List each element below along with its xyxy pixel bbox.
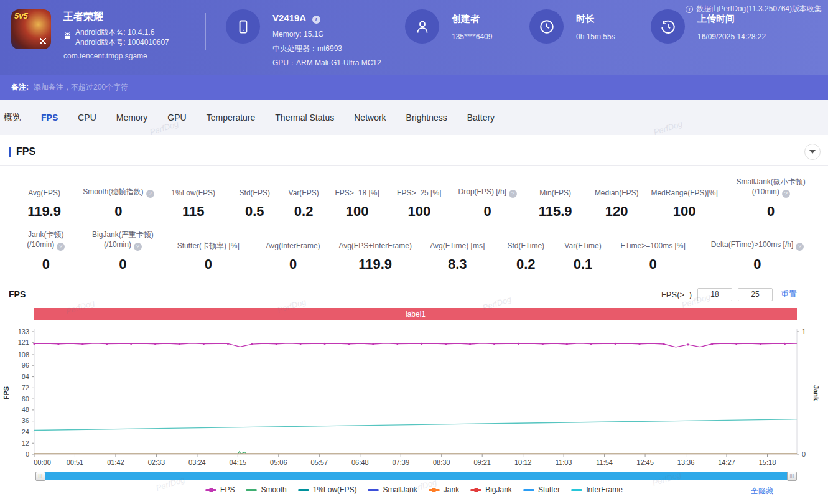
legend-bigjank[interactable]: BigJank	[470, 485, 512, 494]
tab-gpu[interactable]: GPU	[157, 113, 196, 123]
stat-avg-fps-interframe: Avg(FPS+InterFrame)119.9	[332, 241, 418, 273]
stat-value: 115	[157, 203, 230, 220]
user-icon	[405, 9, 439, 44]
report-header: i 数据由PerfDog(11.3.250764)版本收集 5v5 王者荣耀	[0, 0, 828, 75]
fps-threshold-input-1[interactable]	[697, 288, 732, 301]
stat-var-fps: Var(FPS)0.2	[280, 188, 328, 220]
note-placeholder: 添加备注，不超过200个字符	[34, 82, 128, 93]
fps-threshold-input-2[interactable]	[738, 288, 773, 301]
stat-value: 119.9	[9, 203, 80, 220]
svg-text:13:36: 13:36	[677, 459, 695, 466]
duration-label: 时长	[576, 13, 615, 25]
note-input[interactable]: 备注: 添加备注，不超过200个字符	[0, 75, 828, 100]
stat-low1-fps: 1%Low(FPS)115	[157, 188, 230, 220]
fps-stats-row-1: Avg(FPS)119.9Smooth(稳帧指数)?01%Low(FPS)115…	[0, 177, 828, 220]
tab-fps[interactable]: FPS	[31, 113, 68, 123]
chart-canvas[interactable]: 133121108968472604836241201000:0000:5101…	[0, 325, 828, 469]
svg-text:0: 0	[26, 450, 29, 458]
duration-block: 时长 0h 15m 55s	[529, 9, 651, 44]
stat-jank: Jank(卡顿)(/10min)?0	[9, 230, 83, 273]
hide-all-link[interactable]: 全隐藏	[751, 486, 773, 497]
tab-cpu[interactable]: CPU	[68, 113, 106, 123]
reset-link[interactable]: 重置	[781, 289, 797, 300]
legend-smooth[interactable]: Smooth	[246, 485, 286, 494]
stat-value: 0.2	[280, 203, 328, 220]
legend-marker	[205, 489, 216, 491]
clock-icon	[529, 9, 564, 44]
scrollbar-right-handle[interactable]: |||	[787, 472, 797, 481]
collapse-section-button[interactable]	[804, 144, 821, 160]
svg-text:48: 48	[22, 406, 29, 414]
stat-label: Smooth(稳帧指数)?	[80, 187, 157, 198]
help-icon[interactable]: ?	[146, 190, 154, 198]
legend-jank[interactable]: Jank	[429, 485, 459, 494]
tab-network[interactable]: Network	[344, 113, 396, 123]
svg-text:0: 0	[802, 450, 806, 458]
svg-text:15:18: 15:18	[759, 459, 776, 466]
stat-value: 0	[83, 256, 163, 273]
help-icon[interactable]: ?	[134, 243, 142, 251]
legend-marker	[246, 489, 257, 491]
help-icon[interactable]: ?	[782, 190, 790, 198]
help-icon[interactable]: ?	[509, 190, 517, 198]
app-icon: 5v5	[11, 9, 51, 49]
scrollbar-left-handle[interactable]: |||	[35, 472, 45, 481]
legend-smalljank[interactable]: SmallJank	[368, 485, 417, 494]
stat-min-fps: Min(FPS)115.9	[524, 188, 587, 220]
stat-label: Avg(FTime) [ms]	[418, 241, 496, 251]
android-icon	[63, 32, 72, 44]
svg-text:96: 96	[22, 362, 29, 370]
stat-var-ftime: Var(FTime)0.1	[555, 241, 610, 273]
legend-fps[interactable]: FPS	[205, 485, 235, 494]
chart-range-scrollbar: ||| |||	[35, 472, 797, 481]
svg-text:08:30: 08:30	[433, 459, 450, 466]
legend-marker	[368, 489, 379, 491]
creator-label: 创建者	[452, 13, 492, 25]
history-clock-icon	[651, 9, 685, 44]
stat-smalljank: SmallJank(微小卡顿)(/10min)?0	[722, 177, 819, 220]
svg-text:00:00: 00:00	[34, 459, 51, 466]
stat-medrange-fps: MedRange(FPS)[%]100	[646, 188, 722, 220]
creator-block: 创建者 135****6409	[405, 9, 529, 44]
upload-time-block: 上传时间 16/09/2025 14:28:22	[651, 9, 766, 44]
stat-label: FPS>=18 [%]	[327, 188, 386, 198]
chevron-down-icon	[809, 150, 816, 154]
stat-label: Var(FPS)	[280, 188, 328, 198]
stat-label: SmallJank(微小卡顿)(/10min)?	[722, 177, 819, 198]
tab-overview[interactable]: 概览	[0, 112, 31, 123]
legend-label: FPS	[220, 485, 235, 494]
tab-thermal-status[interactable]: Thermal Status	[265, 113, 344, 123]
tab-memory[interactable]: Memory	[106, 113, 158, 123]
svg-text:60: 60	[22, 395, 29, 403]
header-divider	[205, 13, 206, 50]
series-interframe	[34, 419, 797, 431]
scrollbar-track[interactable]	[44, 472, 788, 480]
svg-text:72: 72	[22, 384, 29, 391]
fps-threshold-controls: FPS(>=) 重置	[661, 288, 797, 301]
stat-value: 100	[327, 203, 386, 220]
y-axis-label-fps: FPS	[2, 386, 10, 399]
legend-label: SmallJank	[383, 485, 417, 494]
fps-chart[interactable]: 133121108968472604836241201000:0000:5101…	[0, 325, 828, 469]
device-info-icon[interactable]: i	[312, 16, 320, 24]
legend-interframe[interactable]: InterFrame	[571, 485, 623, 494]
upload-time-label: 上传时间	[697, 13, 766, 25]
section-title-wrap: FPS	[9, 146, 35, 157]
tab-brightness[interactable]: Brightness	[396, 113, 457, 123]
tab-temperature[interactable]: Temperature	[197, 113, 266, 123]
collect-info: i 数据由PerfDog(11.3.250764)版本收集	[686, 4, 822, 14]
stat-label: Avg(FPS+InterFrame)	[332, 241, 418, 251]
stat-value: 119.9	[332, 256, 418, 273]
stat-avg-interframe: Avg(InterFrame)0	[254, 241, 332, 273]
stat-value: 0.5	[230, 203, 280, 220]
legend-stutter[interactable]: Stutter	[523, 485, 560, 494]
help-icon[interactable]: ?	[57, 243, 65, 251]
stat-value: 115.9	[524, 203, 587, 220]
legend-1-low-fps-[interactable]: 1%Low(FPS)	[298, 485, 357, 494]
stat-value: 0	[254, 256, 332, 273]
stat-label: FPS>=25 [%]	[387, 188, 452, 198]
svg-text:12:45: 12:45	[636, 459, 654, 466]
tab-battery[interactable]: Battery	[457, 113, 505, 123]
android-version-name: Android版本名: 10.4.1.6	[75, 28, 169, 38]
help-icon[interactable]: ?	[796, 243, 804, 251]
